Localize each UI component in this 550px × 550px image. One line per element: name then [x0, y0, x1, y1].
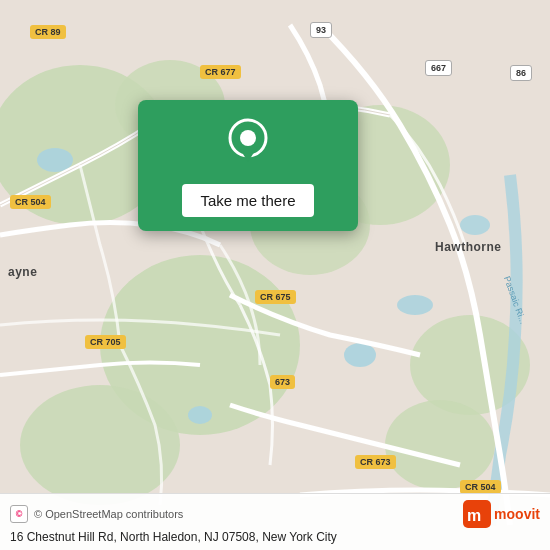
road-badge-cr504b: CR 504 [460, 480, 501, 494]
road-badge-cr705: CR 705 [85, 335, 126, 349]
road-badge-r673: 673 [270, 375, 295, 389]
road-badge-cr89: CR 89 [30, 25, 66, 39]
svg-point-13 [397, 295, 433, 315]
osm-logo: © [10, 505, 28, 523]
svg-point-14 [460, 215, 490, 235]
road-badge-cr677: CR 677 [200, 65, 241, 79]
road-badge-r667: 667 [425, 60, 452, 76]
svg-text:m: m [467, 507, 481, 524]
road-badge-r86: 86 [510, 65, 532, 81]
road-badge-cr673b: CR 673 [355, 455, 396, 469]
road-badge-r93: 93 [310, 22, 332, 38]
svg-point-16 [240, 130, 256, 146]
road-badge-cr504: CR 504 [10, 195, 51, 209]
svg-point-9 [37, 148, 73, 172]
svg-point-3 [20, 385, 180, 505]
town-label-hawthorne: Hawthorne [435, 240, 502, 254]
osm-attribution: © OpenStreetMap contributors [34, 508, 183, 520]
address-text: 16 Chestnut Hill Rd, North Haledon, NJ 0… [10, 530, 337, 544]
map-container: CR 89CR 504CR 677CR 675CR 70593667673CR … [0, 0, 550, 550]
attribution-left: © © OpenStreetMap contributors [10, 505, 183, 523]
road-badge-cr675: CR 675 [255, 290, 296, 304]
moovit-logo: m moovit [463, 500, 540, 528]
pin-wrapper [226, 118, 270, 172]
attribution-top-row: © © OpenStreetMap contributors m moovit [10, 500, 540, 528]
town-label-wayne: ayne [8, 265, 37, 279]
location-pin-icon [226, 118, 270, 168]
moovit-icon-svg: m [463, 500, 491, 528]
map-svg [0, 0, 550, 550]
take-me-there-button[interactable]: Take me there [182, 184, 313, 217]
attribution-bar: © © OpenStreetMap contributors m moovit … [0, 493, 550, 550]
moovit-text: moovit [494, 506, 540, 522]
svg-point-7 [385, 400, 495, 490]
svg-point-12 [188, 406, 212, 424]
location-card: Take me there [138, 100, 358, 231]
svg-point-11 [344, 343, 376, 367]
